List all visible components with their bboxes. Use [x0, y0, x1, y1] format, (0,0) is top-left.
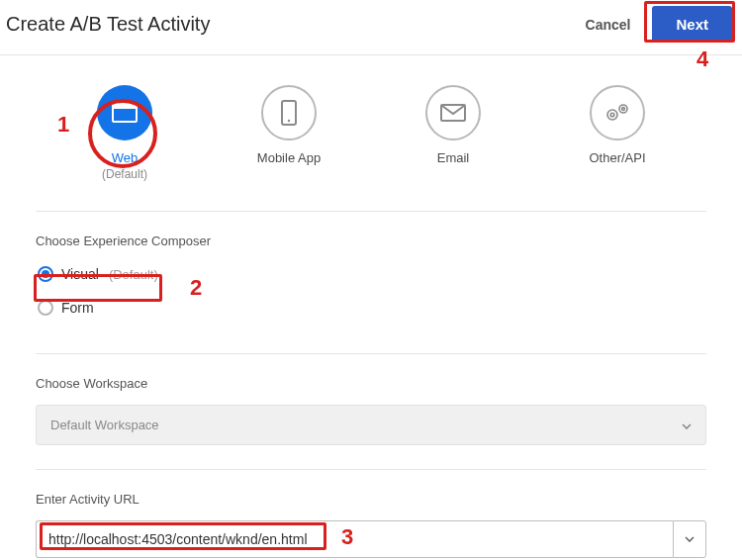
composer-visual-label: Visual — [61, 266, 99, 282]
composer-section: Choose Experience Composer Visual (Defau… — [36, 211, 706, 353]
svg-point-3 — [288, 120, 290, 122]
channel-web[interactable]: Web (Default) — [65, 85, 184, 181]
svg-point-6 — [610, 113, 614, 117]
next-button[interactable]: Next — [652, 6, 732, 43]
web-icon — [97, 85, 152, 140]
channel-selector: Web (Default) Mobile App Email — [36, 85, 706, 211]
channel-email-label: Email — [437, 150, 470, 165]
url-dropdown-button[interactable] — [673, 520, 706, 558]
svg-point-7 — [619, 105, 627, 113]
gears-icon — [590, 85, 645, 140]
svg-rect-1 — [113, 104, 137, 109]
mobile-icon — [261, 85, 317, 140]
composer-visual-default: (Default) — [109, 267, 158, 282]
channel-other-label: Other/API — [589, 150, 645, 165]
channel-mobile[interactable]: Mobile App — [230, 85, 348, 165]
workspace-section: Choose Workspace Default Workspace — [36, 353, 706, 469]
activity-url-input[interactable] — [36, 520, 673, 558]
channel-mobile-label: Mobile App — [257, 150, 321, 165]
svg-point-8 — [622, 108, 625, 111]
url-title: Enter Activity URL — [36, 492, 706, 507]
composer-title: Choose Experience Composer — [36, 233, 706, 248]
chevron-down-icon — [685, 536, 695, 542]
radio-unselected-icon — [38, 300, 53, 316]
channel-web-label: Web — [112, 150, 139, 165]
svg-point-5 — [607, 110, 617, 120]
cancel-button[interactable]: Cancel — [586, 17, 631, 33]
radio-selected-icon — [38, 266, 53, 282]
channel-email[interactable]: Email — [394, 85, 512, 165]
composer-visual-radio[interactable]: Visual (Default) — [36, 262, 160, 286]
email-icon — [425, 85, 481, 140]
workspace-title: Choose Workspace — [36, 376, 706, 391]
composer-form-label: Form — [61, 300, 94, 316]
channel-web-sub: (Default) — [102, 167, 147, 181]
workspace-value: Default Workspace — [50, 418, 159, 432]
page-title: Create A/B Test Activity — [6, 13, 210, 36]
workspace-select[interactable]: Default Workspace — [36, 405, 706, 445]
channel-other[interactable]: Other/API — [558, 85, 677, 165]
url-section: Enter Activity URL — [36, 469, 706, 560]
chevron-down-icon — [682, 418, 692, 432]
composer-form-radio[interactable]: Form — [36, 296, 96, 320]
